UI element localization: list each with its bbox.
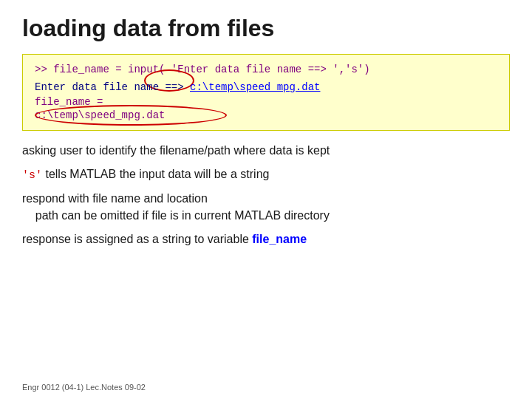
code-line-1: >> file_name = input( 'Enter data file n… — [35, 64, 497, 75]
response-prompt: Enter data file name ==> — [35, 81, 190, 93]
footer: Engr 0012 (04-1) Lec.Notes 09-02 — [22, 383, 146, 392]
bullet-3-text: respond with file name and location path… — [22, 192, 330, 221]
bullet-1: asking user to identify the filename/pat… — [22, 143, 510, 159]
response-value: c:\temp\speed_mpg.dat — [190, 81, 320, 93]
bullet-4: response is assigned as a string to vari… — [22, 231, 510, 248]
slide: loading data from files >> file_name = i… — [0, 0, 532, 399]
file-value: c:\temp\speed_mpg.dat — [35, 109, 497, 121]
file-name-label: file_name = — [35, 96, 497, 108]
code-box: >> file_name = input( 'Enter data file n… — [22, 54, 510, 131]
bullet-4-before: response is assigned as a string to vari… — [22, 233, 252, 245]
bullet-1-text: asking user to identify the filename/pat… — [22, 144, 330, 157]
bullet-3: respond with file name and location path… — [22, 191, 510, 224]
slide-title: loading data from files — [22, 15, 510, 42]
bullet-2: 's' tells MATLAB the input data will be … — [22, 166, 510, 183]
bullet-4-highlight: file_name — [252, 233, 307, 245]
bullet-2-inline: 's' — [22, 169, 42, 182]
bullet-2-after: tells MATLAB the input data will be a st… — [42, 168, 269, 180]
